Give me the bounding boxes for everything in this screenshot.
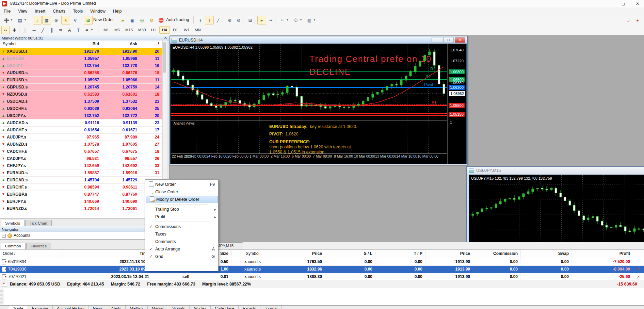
menu-item-commissions[interactable]: ✓Commissions bbox=[145, 223, 218, 230]
tab-symbols[interactable]: Symbols bbox=[1, 220, 25, 227]
news-icon[interactable]: ◎ bbox=[138, 16, 146, 25]
market-watch-row-eurusd[interactable]: ▲EURUSD1.059571.0596811 bbox=[0, 55, 162, 62]
trendline-icon[interactable]: ╱ bbox=[39, 26, 47, 34]
cursor-icon[interactable]: ➳ bbox=[1, 26, 10, 34]
menu-item-close-order[interactable]: Close Order bbox=[145, 188, 218, 196]
chart-maximize-button[interactable]: ◻ bbox=[443, 37, 454, 43]
strategy-tester-icon[interactable]: ⚲ bbox=[71, 16, 80, 25]
chart-shift-icon[interactable]: ⇥ bbox=[266, 16, 275, 25]
dropdown-caret-icon[interactable]: ▾ bbox=[314, 18, 315, 21]
arrows-icon[interactable]: ✒ bbox=[83, 26, 91, 34]
timeframe-m1[interactable]: M1 bbox=[101, 26, 112, 34]
autotrading-icon[interactable]: ⛔ bbox=[157, 16, 165, 25]
terminal-tab-market[interactable]: Market bbox=[148, 306, 168, 309]
order-row-70419830[interactable]: 704198302023.03.10 09:2sell1.00xauusd.s1… bbox=[0, 266, 644, 273]
text-icon[interactable]: A bbox=[65, 26, 74, 34]
market-watch-row-cadjpy.s[interactable]: ▼CADJPY.s96.53196.55726 bbox=[0, 155, 162, 162]
menu-item-taxes[interactable]: Taxes bbox=[145, 230, 218, 238]
new-order-button[interactable]: New Order bbox=[93, 17, 114, 22]
column-header-ask[interactable]: Ask bbox=[102, 40, 140, 48]
new-order-icon[interactable]: ⊞ bbox=[84, 16, 93, 25]
new-chart-icon[interactable]: ➕ bbox=[2, 16, 11, 25]
deposit-icon[interactable]: ▰ bbox=[118, 16, 127, 25]
menu-charts[interactable]: Charts bbox=[49, 8, 69, 14]
text-label-icon[interactable]: T bbox=[74, 26, 82, 34]
timeframe-h4[interactable]: H4 bbox=[159, 26, 170, 34]
market-watch-row-eurjpy.s[interactable]: ▼EURJPY.s140.669140.690 bbox=[0, 198, 162, 205]
menu-view[interactable]: View bbox=[14, 8, 31, 14]
menu-item-profit[interactable]: Profit▸ bbox=[145, 213, 218, 221]
market-watch-row-usdcad.s[interactable]: ▲USDCAD.s1.375091.3753223 bbox=[0, 98, 162, 105]
menu-item-modify-or-delete-order[interactable]: Modify or Delete Order bbox=[146, 196, 218, 203]
column-header-time[interactable]: Time bbox=[63, 250, 152, 258]
vertical-line-icon[interactable]: │ bbox=[21, 26, 29, 34]
navigator-crosshair-icon[interactable]: ⊕ bbox=[52, 16, 61, 25]
market-watch-icon[interactable]: ↕ bbox=[33, 16, 42, 25]
chart-window-eurusd-titlebar[interactable]: EURUSD,H4 ─ ◻ ✕ bbox=[170, 36, 467, 44]
eurusd-chart-area[interactable]: Trading Central prefe on 10 DECLINE R3R2… bbox=[170, 44, 467, 164]
market-watch-row-chfjpy.s[interactable]: ▼CHFJPY.s142.659142.69233 bbox=[0, 162, 162, 169]
menu-insert[interactable]: Insert bbox=[31, 8, 49, 14]
bar-chart-type-icon[interactable]: ⫳ bbox=[196, 16, 205, 25]
terminal-tab-mailbox[interactable]: Mailbox bbox=[126, 306, 148, 309]
column-header-order[interactable]: Order / bbox=[0, 250, 63, 258]
menu-item-grid[interactable]: ✓GridG bbox=[145, 253, 218, 260]
terminal-tab-alerts[interactable]: Alerts bbox=[107, 306, 126, 309]
navigator-item-accounts[interactable]: Accounts bbox=[14, 233, 30, 238]
column-header-tp[interactable]: T / P bbox=[375, 250, 425, 258]
periods-icon[interactable]: ⏱ bbox=[291, 16, 300, 25]
zoom-in-icon[interactable]: ⊕ bbox=[225, 16, 234, 25]
market-watch-row-euraud.s[interactable]: ▼EURAUD.s1.598871.5991831 bbox=[0, 169, 162, 177]
profiles-icon[interactable]: ▤ bbox=[16, 16, 25, 25]
market-watch-row-usdjpy.s[interactable]: ▲USDJPY.s132.752132.77220 bbox=[0, 112, 162, 119]
tab-favorites[interactable]: Favorites bbox=[26, 243, 51, 249]
column-header-commission[interactable]: Commission bbox=[473, 250, 521, 258]
market-watch-row-nzdusd.s[interactable]: ▼NZDUSD.s0.615830.6160118 bbox=[0, 91, 162, 98]
terminal-tab-trade[interactable]: Trade bbox=[9, 306, 28, 309]
timeframe-m30[interactable]: M30 bbox=[135, 26, 148, 34]
market-watch-close-icon[interactable]: ✕ bbox=[163, 36, 168, 40]
notification-badge-icon[interactable]: ● bbox=[633, 16, 642, 25]
zoom-out-icon[interactable]: ⊖ bbox=[234, 16, 243, 25]
timeframe-d1[interactable]: D1 bbox=[170, 26, 181, 34]
column-header-price[interactable]: Price bbox=[274, 250, 325, 258]
terminal-tab-code-base[interactable]: Code Base bbox=[211, 306, 239, 309]
timeframe-mn[interactable]: MN bbox=[192, 26, 204, 34]
menu-file[interactable]: File bbox=[0, 8, 14, 14]
market-watch-row-audcad.s[interactable]: ▲AUDCAD.s0.911160.9113923 bbox=[0, 119, 162, 127]
minimize-button[interactable]: ─ bbox=[603, 0, 615, 7]
dropdown-caret-icon[interactable]: ▾ bbox=[91, 28, 93, 31]
menu-help[interactable]: Help bbox=[109, 8, 126, 14]
market-watch-row-audusd.s[interactable]: ▼AUDUSD.s0.662580.6627618 bbox=[0, 69, 162, 77]
market-watch-row-usdchf.s[interactable]: ▲USDCHF.s0.930390.9306425 bbox=[0, 105, 162, 112]
channel-icon[interactable]: ∥ bbox=[48, 26, 56, 34]
expert-advisors-icon[interactable]: ⚙ bbox=[147, 16, 156, 25]
candlestick-chart-type-icon[interactable]: ‖ bbox=[205, 16, 214, 25]
column-header-swap[interactable]: Swap bbox=[521, 250, 572, 258]
market-watch-row-eurnzd.s[interactable]: ▼EURNZD.s1.720141.72061 bbox=[0, 205, 162, 212]
terminal-tab-journal[interactable]: Journal bbox=[260, 306, 282, 309]
data-window-icon[interactable]: ▦ bbox=[42, 16, 51, 25]
order-row-65019804[interactable]: 650198042022.11.18 10:30.50xauusd.s1763.… bbox=[0, 258, 644, 266]
market-watch-row-audjpy.s[interactable]: ▼AUDJPY.s87.96587.98924 bbox=[0, 134, 162, 141]
market-watch-scrollbar-thumb[interactable] bbox=[163, 42, 166, 73]
chart-minimize-button[interactable]: ─ bbox=[432, 37, 442, 43]
indicators-icon[interactable]: ≈ bbox=[278, 16, 287, 25]
menu-window[interactable]: Window bbox=[86, 8, 109, 14]
menu-item-new-order[interactable]: New OrderF9 bbox=[145, 181, 218, 188]
autotrading-button[interactable]: AutoTrading bbox=[166, 17, 189, 22]
horizontal-line-icon[interactable]: ─ bbox=[30, 26, 38, 34]
dropdown-caret-icon[interactable]: ▾ bbox=[300, 18, 302, 21]
dropdown-caret-icon[interactable]: ▾ bbox=[287, 18, 288, 21]
close-order-icon[interactable]: × bbox=[633, 266, 644, 273]
line-chart-type-icon[interactable]: ╱ bbox=[214, 16, 223, 25]
market-watch-row-eurgbp.s[interactable]: ▼EURGBP.s0.877470.87760 bbox=[0, 191, 162, 198]
menu-item-comments[interactable]: Comments bbox=[145, 238, 218, 245]
column-header-price[interactable]: Price bbox=[425, 250, 473, 258]
timeframe-h1[interactable]: H1 bbox=[148, 26, 159, 34]
usdjpy-chart-area[interactable]: USDJPY,M15 132.783 132.799 132.708 132.7… bbox=[469, 175, 644, 243]
market-watch-row-audnzd.s[interactable]: ▼AUDNZD.s1.075781.0760527 bbox=[0, 141, 162, 148]
market-watch-row-usdjpy[interactable]: ▲USDJPY132.754132.77016 bbox=[0, 62, 162, 69]
maximize-button[interactable]: ◻ bbox=[617, 0, 629, 7]
column-header-symbol[interactable]: Symbol bbox=[0, 40, 60, 48]
